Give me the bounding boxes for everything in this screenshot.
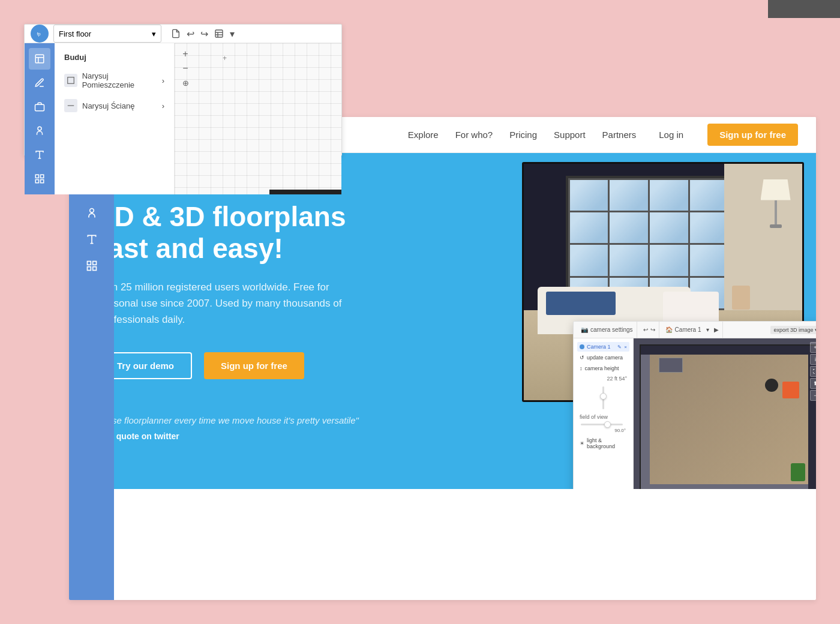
- sidebar-icon-grid[interactable]: [80, 254, 104, 278]
- sidebar-icon-text[interactable]: [80, 227, 104, 251]
- editor-left-sidebar: [25, 43, 55, 194]
- mini-panel-body: Camera 1 ✎ × ↺ update camera ↕ camera he…: [574, 338, 816, 489]
- sofa-cushion: [546, 292, 616, 315]
- hero-left: 2D & 3D floorplans fast and easy! Join 2…: [69, 153, 405, 489]
- editor-canvas[interactable]: + − ⊕ +: [175, 43, 341, 194]
- window-pane: [570, 180, 608, 211]
- svg-text:fp: fp: [37, 31, 41, 37]
- canvas-toolbar: + i ⛶ ⬆ −: [810, 342, 816, 401]
- hero-right: 📷 camera settings ↩ ↪ 🏠 Camera 1 ▾ ▶: [405, 153, 816, 489]
- svg-rect-29: [68, 77, 74, 84]
- svg-rect-26: [41, 175, 44, 178]
- undo-toolbar-icon[interactable]: ↩: [187, 28, 194, 40]
- canvas-zoom-in-btn[interactable]: +: [179, 48, 191, 60]
- sidebar-rooms-icon[interactable]: [29, 96, 50, 118]
- camera-selector[interactable]: Camera 1: [675, 326, 701, 333]
- undo-redo-group: ↩ ↪: [640, 322, 659, 338]
- nav-explore[interactable]: Explore: [408, 130, 439, 140]
- hero-title: 2D & 3D floorplans fast and easy!: [99, 201, 375, 265]
- nav-arrow[interactable]: ▶: [714, 326, 719, 333]
- sidebar-build-icon[interactable]: [29, 48, 50, 70]
- topdown-room: [640, 344, 816, 489]
- menu-item-room[interactable]: Narysuj Pomieszczenie ›: [55, 67, 174, 94]
- window-pane: [690, 212, 728, 243]
- menu-item-wall[interactable]: Narysuj Ścianę ›: [55, 94, 174, 117]
- menu-item-room-left: Narysuj Pomieszczenie: [64, 71, 162, 89]
- canvas-zoom-out-btn[interactable]: −: [179, 62, 191, 74]
- mini-3d-panel: 📷 camera settings ↩ ↪ 🏠 Camera 1 ▾ ▶: [573, 321, 816, 489]
- camera-settings-label: camera settings: [590, 326, 633, 333]
- sidebar-grid-icon[interactable]: [29, 168, 50, 190]
- nav-pricing[interactable]: Pricing: [509, 130, 537, 140]
- export-3d-button[interactable]: export 3D image ▾: [770, 326, 816, 334]
- editor-toolbar: fp First floor ▾ ↩ ↪: [25, 25, 341, 43]
- floor-selector[interactable]: First floor ▾: [53, 25, 161, 43]
- hero-subtitle: Join 25 million registered users worldwi…: [99, 279, 363, 328]
- redo-icon[interactable]: ↪: [650, 326, 655, 333]
- zoom-in-btn[interactable]: +: [810, 342, 816, 353]
- update-camera-item[interactable]: ↺ update camera: [577, 353, 629, 362]
- floor-area: [650, 355, 808, 484]
- svg-rect-21: [35, 104, 44, 111]
- svg-rect-18: [35, 55, 44, 63]
- canvas-compass-btn[interactable]: ⊕: [179, 77, 191, 89]
- camera-icon: 📷: [581, 326, 588, 333]
- login-button[interactable]: Log in: [659, 130, 683, 140]
- mini-3d-canvas: + i ⛶ ⬆ −: [634, 338, 816, 489]
- sidebar-icon-person[interactable]: [80, 201, 104, 225]
- svg-rect-10: [87, 267, 91, 271]
- info-btn[interactable]: i: [810, 354, 816, 365]
- new-file-icon[interactable]: [171, 29, 181, 38]
- svg-rect-8: [92, 262, 96, 265]
- fov-slider[interactable]: [581, 424, 623, 425]
- nav-support[interactable]: Support: [554, 130, 586, 140]
- nav-partners[interactable]: Partners: [602, 130, 637, 140]
- tv-furniture: [659, 358, 683, 373]
- editor-body: Buduj Narysuj Pomieszczenie ›: [25, 43, 341, 194]
- sidebar-person-icon[interactable]: [29, 120, 50, 142]
- slider-thumb: [604, 421, 611, 428]
- quote-twitter-link[interactable]: See quote on twitter: [99, 431, 375, 441]
- edit-icon[interactable]: ✎: [617, 344, 622, 350]
- window-pane: [610, 245, 648, 275]
- chevron-right-wall-icon: ›: [162, 101, 164, 110]
- camera-height-item[interactable]: ↕ camera height: [577, 364, 629, 373]
- light-bg-item[interactable]: ☀ light & background: [577, 436, 629, 451]
- room-menu-icon: [64, 74, 77, 87]
- camera-sidebar-item[interactable]: Camera 1 ✎ ×: [577, 342, 629, 352]
- more-toolbar-icon[interactable]: ▾: [230, 28, 235, 40]
- sidebar-text-icon[interactable]: [29, 144, 50, 166]
- svg-point-4: [89, 209, 94, 213]
- nav-forwho[interactable]: For who?: [455, 130, 493, 140]
- redo-toolbar-icon[interactable]: ↪: [200, 28, 208, 40]
- hero-quote: "I use floorplanner every time we move h…: [99, 415, 375, 425]
- svg-rect-7: [87, 262, 91, 265]
- signup-button-nav[interactable]: Sign up for free: [707, 124, 798, 146]
- table-furniture: [765, 379, 778, 392]
- home-icon: 🏠: [665, 326, 673, 333]
- delete-icon[interactable]: ×: [624, 344, 627, 350]
- save-toolbar-icon[interactable]: [214, 29, 224, 38]
- svg-rect-28: [35, 180, 38, 183]
- grid-background: [175, 43, 341, 194]
- fullscreen-btn[interactable]: ⛶: [810, 366, 816, 377]
- room-side-wall: [724, 164, 802, 317]
- undo-icon[interactable]: ↩: [643, 326, 648, 333]
- chair-furniture: [782, 382, 799, 398]
- share-btn[interactable]: ⬆: [810, 378, 816, 389]
- window-pane: [570, 245, 608, 275]
- window-pane: [570, 212, 608, 243]
- chevron-right-icon: ›: [162, 76, 164, 85]
- camera-update-icon: ↺: [580, 355, 584, 361]
- camera-dot: [580, 344, 584, 349]
- window-pane: [690, 180, 728, 211]
- zoom-out-btn[interactable]: −: [810, 390, 816, 401]
- hero-signup-button[interactable]: Sign up for free: [204, 352, 304, 379]
- height-icon: ↕: [580, 365, 583, 371]
- sidebar-draw-icon[interactable]: [29, 72, 50, 94]
- svg-rect-14: [215, 30, 223, 37]
- editor-menu: Buduj Narysuj Pomieszczenie ›: [55, 43, 175, 194]
- toolbar-icons: ↩ ↪ ▾: [171, 28, 235, 40]
- camera-settings-group: 📷 camera settings: [577, 322, 637, 338]
- camera-select-group: 🏠 Camera 1 ▾ ▶: [662, 322, 723, 338]
